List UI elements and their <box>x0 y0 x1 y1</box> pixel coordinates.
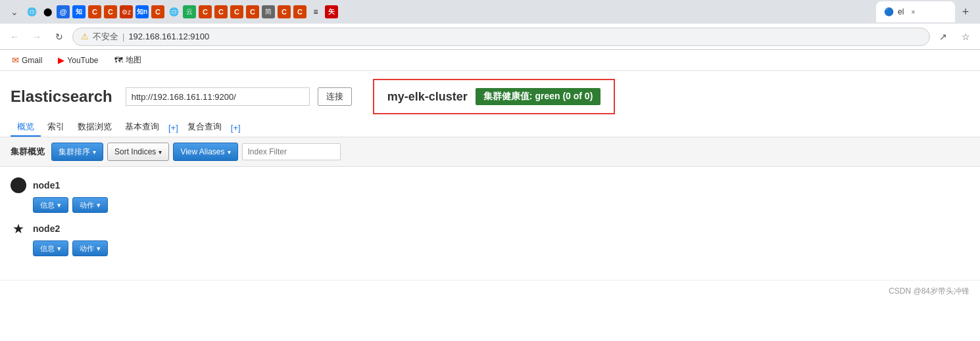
browser-chrome: ⌄ 🌐 ⬤ @ 知 C C ⚙z 知n C 🌐 云 C C C C 简 C C … <box>0 0 980 71</box>
cluster-sort-label: 集群排序 <box>59 147 90 158</box>
index-filter-input[interactable] <box>242 143 341 160</box>
bookmark-map[interactable]: 🗺 地图 <box>110 53 145 67</box>
security-warning-label: 不安全 <box>93 31 118 43</box>
star-icon: ☆ <box>962 32 970 42</box>
favicon-c3[interactable]: C <box>151 5 164 18</box>
page-footer: CSDN @84岁带头冲锋 <box>0 280 980 302</box>
cluster-info-box: my-elk-cluster 集群健康值: green (0 of 0) <box>373 79 616 114</box>
favicon-c7[interactable]: C <box>230 5 243 18</box>
node1-action-button[interactable]: 动作 ▾ <box>72 197 108 213</box>
bookmark-map-label: 地图 <box>126 55 141 66</box>
cluster-sort-button[interactable]: 集群排序 ▾ <box>51 143 103 161</box>
nav-plus-complex[interactable]: [+] <box>228 120 243 135</box>
sort-indices-button[interactable]: Sort Indices ▾ <box>107 143 169 161</box>
favicon-c4[interactable]: 云 <box>183 5 196 18</box>
es-nav: 概览 索引 数据浏览 基本查询 [+] 复合查询 [+] <box>0 114 980 137</box>
view-aliases-chevron: ▾ <box>228 148 231 156</box>
tab-more-button[interactable]: ⌄ <box>5 3 24 21</box>
node1-header: node1 <box>11 177 142 193</box>
nav-item-index[interactable]: 索引 <box>41 118 71 137</box>
favicon-q1[interactable]: @ <box>57 5 70 18</box>
favicon-sort[interactable]: ≡ <box>309 5 322 18</box>
node2-name: node2 <box>33 223 60 234</box>
bookmark-youtube-label: YouTube <box>67 56 98 65</box>
favicon-c10[interactable]: C <box>293 5 306 18</box>
nav-item-overview[interactable]: 概览 <box>11 118 41 137</box>
nav-item-basic-query[interactable]: 基本查询 <box>118 118 166 137</box>
address-bar: ← → ↻ ⚠ 不安全 | 192.168.161.12:9100 ↗ ☆ <box>0 24 980 50</box>
share-button[interactable]: ↗ <box>934 28 952 46</box>
es-toolbar: 集群概览 集群排序 ▾ Sort Indices ▾ View Aliases … <box>0 137 980 167</box>
view-aliases-button[interactable]: View Aliases ▾ <box>173 143 237 161</box>
favicon-c9[interactable]: C <box>278 5 291 18</box>
es-header: Elasticsearch 连接 my-elk-cluster 集群健康值: g… <box>0 71 980 114</box>
node2-action-label: 动作 <box>80 244 94 254</box>
favicon-zhi2[interactable]: 知n <box>135 5 149 18</box>
node1-info-chevron: ▾ <box>57 201 61 210</box>
node1-info-button[interactable]: 信息 ▾ <box>33 197 68 213</box>
bookmark-youtube[interactable]: ▶ YouTube <box>54 54 102 66</box>
nav-item-complex-query[interactable]: 复合查询 <box>181 118 228 137</box>
security-warning-icon: ⚠ <box>81 32 89 41</box>
back-icon: ← <box>10 32 19 42</box>
favicon-c2[interactable]: C <box>104 5 117 18</box>
map-icon: 🗺 <box>114 55 123 65</box>
url-text: 192.168.161.12:9100 <box>128 32 921 41</box>
favicon-globe[interactable]: 🌐 <box>25 5 38 18</box>
favicon-cz[interactable]: ⚙z <box>120 5 133 18</box>
favicon-c1[interactable]: C <box>88 5 101 18</box>
cluster-overview-label: 集群概览 <box>11 146 45 158</box>
nav-plus-basic[interactable]: [+] <box>166 120 181 135</box>
tab-favicon-group: 🌐 ⬤ @ 知 C C ⚙z 知n C 🌐 云 C C C C 简 C C ≡ … <box>25 5 875 18</box>
node2-icon: ★ <box>11 221 26 237</box>
share-icon: ↗ <box>939 32 947 42</box>
es-url-input[interactable] <box>126 87 310 106</box>
new-tab-button[interactable]: + <box>956 3 975 21</box>
app-title: Elasticsearch <box>11 87 112 106</box>
bookmark-button[interactable]: ☆ <box>956 28 975 46</box>
tab-bar: ⌄ 🌐 ⬤ @ 知 C C ⚙z 知n C 🌐 云 C C C C 简 C C … <box>0 0 980 24</box>
favicon-bai[interactable]: 矢 <box>325 5 338 18</box>
favicon-c6[interactable]: C <box>214 5 228 18</box>
node2-action-chevron: ▾ <box>97 244 101 253</box>
active-tab-icon: 🔵 <box>884 7 894 16</box>
node1-icon <box>11 177 26 193</box>
connect-button[interactable]: 连接 <box>318 87 352 106</box>
favicon-globe2[interactable]: 🌐 <box>167 5 180 18</box>
active-tab[interactable]: 🔵 el × <box>876 1 955 22</box>
node-card-node1: node1 信息 ▾ 动作 ▾ <box>11 177 142 213</box>
sort-indices-chevron: ▾ <box>159 148 162 156</box>
favicon-c5[interactable]: C <box>199 5 212 18</box>
node1-actions: 信息 ▾ 动作 ▾ <box>11 197 142 213</box>
node1-info-label: 信息 <box>40 200 55 210</box>
nav-item-data-browse[interactable]: 数据浏览 <box>71 118 118 137</box>
node2-actions: 信息 ▾ 动作 ▾ <box>11 240 142 256</box>
favicon-jian[interactable]: 简 <box>262 5 275 18</box>
back-button[interactable]: ← <box>5 28 24 46</box>
forward-icon: → <box>32 32 41 42</box>
bookmarks-bar: ✉ Gmail ▶ YouTube 🗺 地图 <box>0 50 980 71</box>
url-bar[interactable]: ⚠ 不安全 | 192.168.161.12:9100 <box>72 28 930 46</box>
tab-close-button[interactable]: × <box>908 7 918 17</box>
footer-text: CSDN @84岁带头冲锋 <box>889 286 969 296</box>
node2-info-chevron: ▾ <box>57 244 61 253</box>
favicon-zhi[interactable]: 知 <box>72 5 86 18</box>
reload-button[interactable]: ↻ <box>50 28 68 46</box>
bookmark-gmail-label: Gmail <box>22 56 42 65</box>
node1-action-label: 动作 <box>80 200 94 210</box>
view-aliases-label: View Aliases <box>180 147 224 156</box>
cluster-name: my-elk-cluster <box>387 90 468 104</box>
favicon-c8[interactable]: C <box>246 5 259 18</box>
cluster-sort-chevron: ▾ <box>93 148 96 156</box>
sort-indices-label: Sort Indices <box>114 147 156 156</box>
node2-action-button[interactable]: 动作 ▾ <box>72 240 108 256</box>
bookmark-gmail[interactable]: ✉ Gmail <box>8 54 46 66</box>
node1-name: node1 <box>33 180 60 191</box>
favicon-github[interactable]: ⬤ <box>41 5 54 18</box>
page-content: Elasticsearch 连接 my-elk-cluster 集群健康值: g… <box>0 71 980 341</box>
url-separator: | <box>122 32 124 41</box>
nodes-area: node1 信息 ▾ 动作 ▾ ★ node2 信息 <box>0 167 980 267</box>
youtube-icon: ▶ <box>58 55 64 65</box>
node2-info-button[interactable]: 信息 ▾ <box>33 240 68 256</box>
forward-button[interactable]: → <box>28 28 46 46</box>
